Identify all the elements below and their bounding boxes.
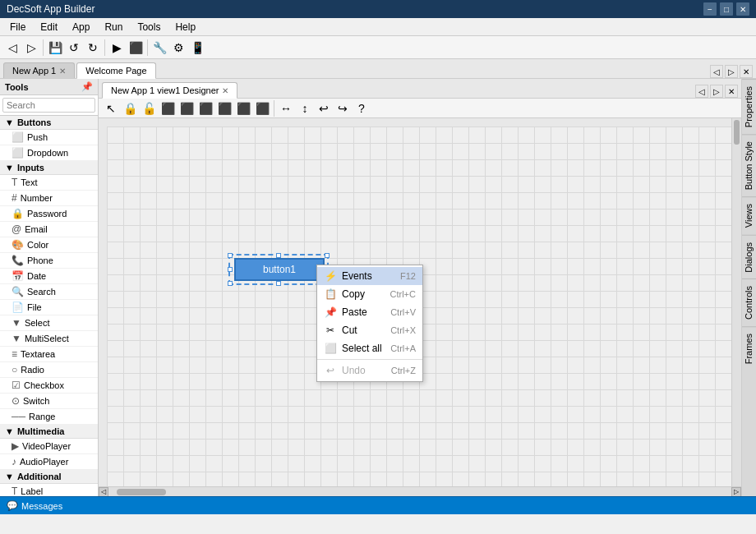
tb-save[interactable]: 💾	[46, 39, 64, 57]
section-multimedia[interactable]: ▼ Multimedia	[0, 425, 98, 439]
tool-radio-label: Radio	[21, 365, 44, 375]
tool-email[interactable]: @ Email	[0, 222, 98, 237]
tb-android[interactable]: 📱	[188, 39, 206, 57]
dtb-select[interactable]: ↖	[102, 99, 120, 117]
side-tab-frames[interactable]: Frames	[742, 326, 756, 371]
handle-sw[interactable]	[228, 281, 233, 286]
side-tab-views[interactable]: Views	[742, 196, 756, 234]
designer-tab-close[interactable]: ✕	[222, 86, 228, 95]
tb-open[interactable]: ▷	[22, 39, 40, 57]
tool-range[interactable]: ── Range	[0, 409, 98, 425]
dtb-size-h[interactable]: ↕	[296, 99, 314, 117]
menu-edit[interactable]: Edit	[34, 20, 64, 35]
tool-radio[interactable]: ○ Radio	[0, 362, 98, 378]
tool-switch[interactable]: ⊙ Switch	[0, 394, 98, 409]
canvas-button1[interactable]: button1	[234, 258, 325, 281]
tool-multiselect[interactable]: ▼ MultiSelect	[0, 331, 98, 347]
tool-push[interactable]: ⬜ Push	[0, 130, 98, 145]
tool-file[interactable]: 📄 File	[0, 300, 98, 315]
tool-password[interactable]: 🔒 Password	[0, 206, 98, 222]
tool-videoplayer[interactable]: ▶ VideoPlayer	[0, 439, 98, 454]
dtb-align-left[interactable]: ⬛	[159, 99, 177, 117]
close-button[interactable]: ✕	[736, 2, 749, 16]
maximize-button[interactable]: □	[720, 2, 733, 16]
handle-ne[interactable]	[325, 253, 330, 258]
minimize-button[interactable]: −	[703, 2, 717, 16]
dtb-help[interactable]: ?	[353, 99, 371, 117]
ctx-copy[interactable]: 📋 Copy Ctrl+C	[317, 285, 422, 303]
tb-build[interactable]: 🔧	[150, 39, 168, 57]
handle-s[interactable]	[276, 281, 281, 286]
dtb-align-right[interactable]: ⬛	[196, 99, 214, 117]
menu-tools[interactable]: Tools	[131, 20, 167, 35]
tab-welcome[interactable]: Welcome Page	[76, 62, 155, 79]
tool-switch-label: Switch	[23, 396, 49, 406]
dtb-size-w[interactable]: ↔	[277, 99, 295, 117]
canvas-scrollbar-vertical[interactable]	[731, 118, 741, 486]
tab-new-app[interactable]: New App 1 ✕	[3, 62, 75, 78]
tb-run[interactable]: ▶	[108, 39, 126, 57]
dtb-lock[interactable]: 🔒	[121, 99, 139, 117]
tool-search[interactable]: 🔍 Search	[0, 284, 98, 300]
designer-tab[interactable]: New App 1 view1 Designer ✕	[102, 82, 237, 99]
side-tab-dialogs[interactable]: Dialogs	[742, 235, 756, 279]
tool-text[interactable]: T Text	[0, 175, 98, 191]
handle-w[interactable]	[228, 267, 233, 272]
dtb-align-top[interactable]: ⬛	[215, 99, 233, 117]
tool-label[interactable]: T Label	[0, 484, 98, 496]
tb-stop[interactable]: ⬛	[127, 39, 145, 57]
ctx-paste[interactable]: 📌 Paste Ctrl+V	[317, 303, 422, 321]
side-tab-properties[interactable]: Properties	[742, 79, 756, 134]
tb-undo[interactable]: ↺	[65, 39, 83, 57]
design-canvas[interactable]: button1 ⚡ Events F12 📋 Copy Ctrl+C	[107, 127, 731, 486]
designer-tab-nav: ◁ ▷ ✕	[695, 85, 741, 98]
designer-tab-next[interactable]: ▷	[710, 85, 723, 98]
tool-select[interactable]: ▼ Select	[0, 315, 98, 331]
tool-date[interactable]: 📅 Date	[0, 269, 98, 284]
dtb-unlock[interactable]: 🔓	[140, 99, 158, 117]
tool-audioplayer[interactable]: ♪ AudioPlayer	[0, 454, 98, 470]
scroll-left-button[interactable]: ◁	[99, 487, 108, 497]
section-buttons[interactable]: ▼ Buttons	[0, 116, 98, 130]
section-inputs[interactable]: ▼ Inputs	[0, 161, 98, 175]
side-tab-button-style[interactable]: Button Style	[742, 134, 756, 196]
tab-prev-button[interactable]: ◁	[710, 65, 723, 78]
menu-file[interactable]: File	[3, 20, 32, 35]
section-additional[interactable]: ▼ Additional	[0, 470, 98, 484]
tools-search-input[interactable]	[2, 98, 95, 113]
tool-phone[interactable]: 📞 Phone	[0, 253, 98, 269]
scrollbar-v-thumb[interactable]	[734, 120, 740, 145]
menu-app[interactable]: App	[66, 20, 96, 35]
ctx-paste-label: Paste	[342, 306, 385, 318]
ctx-events[interactable]: ⚡ Events F12	[317, 267, 422, 285]
designer-tab-close-all[interactable]: ✕	[725, 85, 738, 98]
dtb-align-middle[interactable]: ⬛	[234, 99, 252, 117]
canvas-wrapper[interactable]: button1 ⚡ Events F12 📋 Copy Ctrl+C	[99, 118, 731, 486]
tool-dropdown[interactable]: ⬜ Dropdown	[0, 145, 98, 161]
tb-redo[interactable]: ↻	[84, 39, 102, 57]
tool-color[interactable]: 🎨 Color	[0, 237, 98, 253]
dtb-align-center[interactable]: ⬛	[177, 99, 196, 117]
scroll-right-button[interactable]: ▷	[731, 487, 741, 497]
tool-checkbox[interactable]: ☑ Checkbox	[0, 378, 98, 394]
dtb-redo[interactable]: ↪	[334, 99, 352, 117]
dtb-undo[interactable]: ↩	[315, 99, 333, 117]
tab-new-app-close[interactable]: ✕	[59, 67, 66, 76]
canvas-scrollbar-horizontal[interactable]: ◁ ▷	[99, 486, 741, 496]
tool-textarea[interactable]: ≡ Textarea	[0, 347, 98, 362]
menu-help[interactable]: Help	[168, 20, 202, 35]
menu-run[interactable]: Run	[98, 20, 129, 35]
tb-new[interactable]: ◁	[3, 39, 21, 57]
tab-close-button[interactable]: ✕	[740, 65, 753, 78]
tool-label-label: Label	[21, 486, 43, 496]
tb-settings[interactable]: ⚙	[169, 39, 187, 57]
ctx-cut[interactable]: ✂ Cut Ctrl+X	[317, 321, 422, 339]
scrollbar-h-thumb[interactable]	[117, 489, 166, 495]
side-tab-controls[interactable]: Controls	[742, 279, 756, 326]
tab-next-button[interactable]: ▷	[725, 65, 738, 78]
designer-tab-prev[interactable]: ◁	[695, 85, 708, 98]
ctx-select-all[interactable]: ⬜ Select all Ctrl+A	[317, 339, 422, 357]
handle-nw[interactable]	[228, 253, 233, 258]
dtb-align-bottom[interactable]: ⬛	[253, 99, 271, 117]
tool-number[interactable]: # Number	[0, 191, 98, 206]
